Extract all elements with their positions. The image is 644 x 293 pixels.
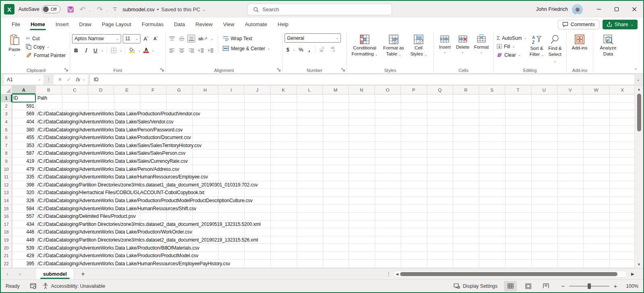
column-header-Q[interactable]: Q [427,86,453,94]
row-cells[interactable]: 449/C://DataCataloging/Partition Directo… [12,236,636,244]
search-input[interactable]: Search [247,4,392,15]
cell-B22[interactable]: /C://DataCataloging/AdventureWorks Data … [37,260,230,267]
borders-button[interactable] [110,46,118,54]
row-header-12[interactable]: 12 [1,181,12,189]
formula-bar-drag-handle[interactable]: ⋮ [46,76,51,82]
cancel-entry-icon[interactable]: ✕ [56,77,64,82]
column-header-G[interactable]: G [166,86,192,94]
addins-button[interactable]: Add-ins [569,33,590,51]
cell-B8[interactable]: /C://DataCataloging/AdventureWorks Data … [37,150,185,157]
undo-chevron-icon[interactable]: ⌄ [89,9,91,12]
zoom-slider[interactable] [569,286,609,287]
comma-style-button[interactable]: , [307,45,312,53]
cell-A15[interactable]: 584 [12,205,36,212]
cell-B5[interactable]: /C://DataCataloging/AdventureWorks Data … [37,126,183,133]
column-header-J[interactable]: J [244,86,270,94]
zoom-out-button[interactable]: − [560,283,566,289]
maximize-button[interactable] [608,1,625,18]
tab-insert[interactable]: Insert [50,18,74,31]
excel-app-icon[interactable]: X [4,4,14,14]
row-cells[interactable]: IDPath [12,94,636,102]
fill-color-chevron-icon[interactable]: ⌄ [138,49,140,52]
cell-B3[interactable]: /C://DataCataloging/AdventureWorks Data … [37,110,200,118]
vertical-scroll-thumb[interactable] [637,94,641,131]
row-header-16[interactable]: 16 [1,213,12,220]
row-cells[interactable]: 569/C://DataCataloging/AdventureWorks Da… [12,110,636,118]
cell-B18[interactable]: /C://DataCataloging/AdventureWorks Data … [37,228,192,236]
italic-button[interactable]: I [82,46,90,54]
accounting-format-button[interactable]: $ [285,45,291,53]
orientation-chevron-icon[interactable]: ⌄ [211,37,213,41]
find-select-button[interactable]: Find & Select ⌄ [546,34,564,64]
row-header-13[interactable]: 13 [1,189,12,197]
redo-chevron-icon[interactable]: ⌄ [106,9,109,12]
zoom-slider-thumb[interactable] [588,283,591,289]
previous-sheet-button[interactable]: ‹ [1,268,14,279]
row-cells[interactable]: 320/C://DataCataloging/Hierrachical File… [12,189,636,197]
row-cells[interactable]: 335/C://DataCataloging/AdventureWorks Da… [12,173,636,181]
collapse-ribbon-button[interactable]: ⌄ [634,66,638,71]
row-cells[interactable]: 404/C://DataCataloging/AdventureWorks Da… [12,118,636,126]
copy-button[interactable]: Copy ⌄ [25,43,67,51]
row-cells[interactable]: 380/C://DataCataloging/AdventureWorks Da… [12,126,636,133]
scroll-left-icon[interactable]: ◀ [396,272,398,276]
redo-button[interactable]: ↷ [95,4,105,14]
column-header-P[interactable]: P [401,86,427,94]
font-name-combo[interactable]: Aptos Narrow ⌄ [72,34,121,43]
sheet-tab-submodel[interactable]: submodel [36,268,74,279]
vertical-scrollbar[interactable]: ▲ ▼ [634,86,643,268]
row-header-7[interactable]: 7 [1,142,12,150]
clear-button[interactable]: Clear ⌄ [495,51,528,59]
row-header-22[interactable]: 22 [1,260,12,267]
cell-B6[interactable]: /C://DataCataloging/AdventureWorks Data … [37,134,191,141]
row-header-20[interactable]: 20 [1,244,12,252]
close-button[interactable] [625,1,643,18]
comments-button[interactable]: Comments [558,20,599,29]
row-header-14[interactable]: 14 [1,197,12,205]
column-header-T[interactable]: T [505,86,531,94]
next-sheet-button[interactable]: › [14,268,27,279]
cell-A7[interactable]: 353 [12,142,36,150]
middle-align-button[interactable] [178,35,186,43]
row-header-10[interactable]: 10 [1,165,12,173]
column-header-S[interactable]: S [479,86,505,94]
cell-B15[interactable]: /C://DataCataloging/AdventureWorks Data … [37,205,196,212]
zoom-in-button[interactable]: + [613,283,618,289]
row-header-4[interactable]: 4 [1,118,12,126]
underline-chevron-icon[interactable]: ⌄ [101,49,104,52]
cut-button[interactable]: ✂ Cut [25,34,67,43]
column-header-X[interactable]: X [609,86,636,94]
cell-B9[interactable]: /C://DataCataloging/AdventureWorks Data … [37,158,188,165]
tab-review[interactable]: Review [190,18,218,31]
align-center-button[interactable] [178,46,186,54]
row-header-18[interactable]: 18 [1,228,12,236]
column-header-L[interactable]: L [297,86,323,94]
alignment-dialog-launcher[interactable] [277,68,281,72]
cell-B7[interactable]: /C://DataCataloging/AdventureWorks Data … [37,142,201,150]
document-title[interactable]: submodel.csv • Saved to this PC ⌄ [122,6,205,12]
row-cells[interactable]: 419/C://DataCataloging/AdventureWorks Da… [12,158,636,165]
tab-automate[interactable]: Automate [239,18,272,31]
row-cells[interactable]: 326/C://DataCataloging/AdventureWorks Da… [12,197,636,205]
cell-A21[interactable]: 428 [12,252,36,260]
insert-cells-button[interactable]: Insert ⌄ [436,33,454,55]
decrease-decimal-button[interactable]: .00→0 [330,45,339,53]
format-cells-button[interactable]: Format ⌄ [472,33,491,55]
increase-decimal-button[interactable]: ←0.00 [318,45,328,53]
cell-B20[interactable]: /C://DataCataloging/AdventureWorks Data … [37,244,199,252]
confirm-entry-icon[interactable]: ✓ [65,77,73,82]
row-cells[interactable]: 557/C://DataCataloging/Delimited Files/P… [12,213,636,220]
merge-center-button[interactable]: Merge & Center ⌄ [221,43,271,53]
row-header-2[interactable]: 2 [1,102,12,110]
grow-font-button[interactable]: A˄ [142,35,150,43]
row-cells[interactable]: 455/C://DataCataloging/AdventureWorks Da… [12,134,636,141]
bold-button[interactable]: B [72,46,80,54]
macro-record-button[interactable] [30,283,36,289]
cell-A10[interactable]: 479 [12,165,36,173]
expand-formula-bar-icon[interactable]: ⌄ [637,77,640,82]
row-cells[interactable]: 398/C://DataCataloging/Partition Directo… [12,181,636,189]
share-button[interactable]: Share ⌄ [603,20,638,29]
fx-chevron-icon[interactable]: ⌄ [83,78,85,81]
page-layout-view-button[interactable] [522,281,535,291]
cell-A20[interactable]: 539 [12,244,36,252]
